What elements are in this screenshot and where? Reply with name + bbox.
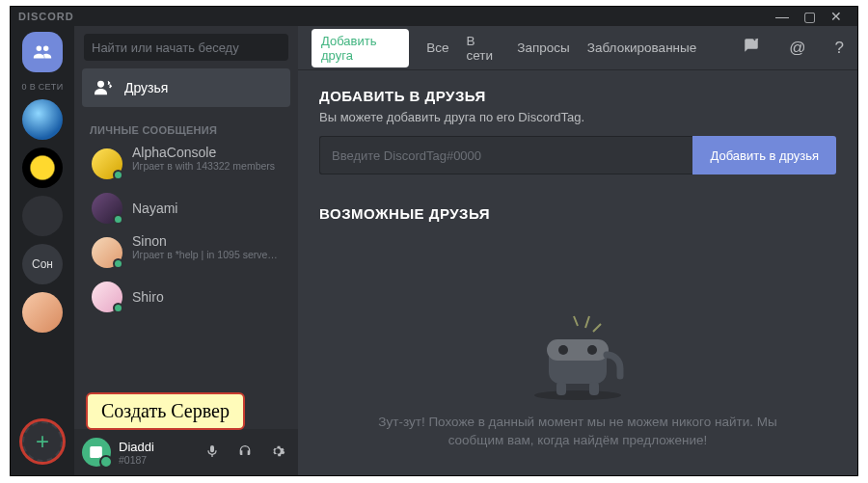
dm-item[interactable]: SinonИграет в *help | in 1095 servers "_… xyxy=(82,229,290,276)
online-count-label: 0 В СЕТИ xyxy=(22,82,64,92)
guild-rail: 0 В СЕТИ Сон + xyxy=(11,26,74,475)
avatar xyxy=(92,193,122,224)
add-friend-sub: Вы можете добавить друга по его DiscordT… xyxy=(319,110,836,124)
dm-item[interactable]: Nayami xyxy=(82,189,290,228)
deafen-button[interactable] xyxy=(232,443,258,462)
guild-icon[interactable]: Сон xyxy=(22,244,63,284)
dm-item[interactable]: Shiro xyxy=(82,278,290,316)
tab-blocked[interactable]: Заблокированные xyxy=(587,40,696,55)
tab-all[interactable]: Все xyxy=(426,40,448,55)
discordtag-input[interactable] xyxy=(319,136,692,174)
self-tag: #0187 xyxy=(119,454,192,466)
search-input[interactable]: Найти или начать беседу xyxy=(84,34,288,61)
self-avatar[interactable] xyxy=(82,438,111,467)
home-button[interactable] xyxy=(22,32,63,72)
svg-point-3 xyxy=(558,345,568,355)
discord-logo-icon xyxy=(88,443,105,461)
guild-icon[interactable] xyxy=(22,292,63,333)
dm-section-header: ЛИЧНЫЕ СООБЩЕНИЯ xyxy=(74,115,298,140)
window-minimize[interactable]: — xyxy=(769,9,796,24)
friends-tab[interactable]: Друзья xyxy=(82,68,290,107)
mentions-icon[interactable]: @ xyxy=(789,39,805,58)
search-placeholder: Найти или начать беседу xyxy=(92,40,239,55)
person-wave-icon xyxy=(94,78,113,97)
dm-name: Nayami xyxy=(132,201,177,216)
submit-add-friend-button[interactable]: Добавить в друзья xyxy=(692,136,836,174)
empty-state: Зут-зут! Похоже в данный момент мы не мо… xyxy=(319,228,836,458)
main-content: Добавить друга Все В сети Запросы Заблок… xyxy=(298,26,857,475)
guild-icon[interactable] xyxy=(22,148,63,188)
add-friend-pill[interactable]: Добавить друга xyxy=(312,29,409,67)
svg-rect-5 xyxy=(556,382,566,395)
friends-label: Друзья xyxy=(124,80,168,95)
guild-icon[interactable] xyxy=(22,196,63,236)
help-icon[interactable]: ? xyxy=(835,39,844,58)
titlebar: DISCORD — ▢ ✕ xyxy=(11,7,857,26)
svg-point-4 xyxy=(587,345,597,355)
self-username: Diaddi xyxy=(119,440,192,454)
svg-point-0 xyxy=(534,390,621,400)
tooltip-create-server: Создать Сервер xyxy=(86,392,245,430)
svg-rect-6 xyxy=(589,382,599,395)
window-maximize[interactable]: ▢ xyxy=(796,9,823,24)
tab-online[interactable]: В сети xyxy=(467,34,501,63)
friends-icon xyxy=(32,41,53,63)
dm-sub: Играет в *help | in 1095 servers "_" xyxy=(132,249,281,260)
dm-item[interactable]: AlphaConsoleИграет в with 143322 members xyxy=(82,141,290,187)
guild-icon[interactable] xyxy=(22,99,63,140)
empty-state-text: Зут-зут! Похоже в данный момент мы не мо… xyxy=(356,413,800,450)
topbar: Добавить друга Все В сети Запросы Заблок… xyxy=(298,26,857,70)
dm-sub: Играет в with 143322 members xyxy=(132,160,275,172)
wumpus-illustration xyxy=(510,307,645,403)
add-friend-title: ДОБАВИТЬ В ДРУЗЬЯ xyxy=(319,88,836,104)
user-settings-button[interactable] xyxy=(265,443,290,462)
avatar xyxy=(92,237,122,268)
window-close[interactable]: ✕ xyxy=(823,9,850,24)
wordmark: DISCORD xyxy=(18,11,74,22)
new-dm-icon[interactable] xyxy=(743,37,760,59)
svg-rect-2 xyxy=(547,339,609,361)
dm-name: Sinon xyxy=(132,233,281,249)
mute-mic-button[interactable] xyxy=(200,443,225,462)
avatar xyxy=(92,148,122,179)
avatar xyxy=(92,282,122,312)
tab-pending[interactable]: Запросы xyxy=(517,40,569,55)
add-server-button[interactable]: + xyxy=(22,421,63,462)
possible-friends-title: ВОЗМОЖНЫЕ ДРУЗЬЯ xyxy=(319,205,836,222)
dm-name: Shiro xyxy=(132,289,164,305)
user-panel: Diaddi #0187 xyxy=(74,429,298,475)
dm-name: AlphaConsole xyxy=(132,145,275,160)
